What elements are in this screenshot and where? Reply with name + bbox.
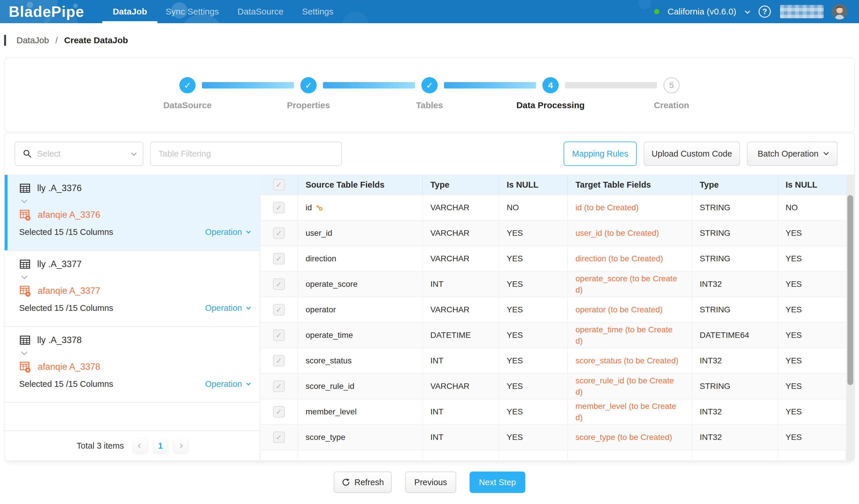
- target-type-cell: INT32: [692, 425, 778, 450]
- source-field-name: score_type: [305, 433, 345, 442]
- target-isnull-cell: NO: [778, 195, 846, 220]
- nav-tab[interactable]: DataJob: [103, 0, 156, 23]
- table-mapping-item[interactable]: lly .A_3378 afanqie A_3378 Selected 15 /…: [5, 327, 260, 403]
- table-filter-field[interactable]: [150, 142, 342, 166]
- target-field-name: direction (to be Created): [575, 253, 663, 264]
- row-checkbox-cell: ✓: [260, 246, 298, 271]
- table-scrollbar-track[interactable]: [846, 175, 854, 460]
- source-field-name: direction: [305, 254, 336, 263]
- refresh-button[interactable]: Refresh: [334, 472, 392, 493]
- header-target-fields: Target Table Fields: [568, 175, 692, 194]
- target-type-cell: STRING: [692, 374, 778, 399]
- field-mapping-table: ✓ Source Table Fields Type Is NULL Targe…: [260, 175, 854, 460]
- target-isnull-cell: YES: [778, 221, 846, 246]
- row-checkbox[interactable]: ✓: [273, 329, 285, 341]
- upload-custom-code-button[interactable]: Upload Custom Code: [644, 142, 740, 166]
- source-isnull-cell: YES: [499, 425, 568, 450]
- row-checkbox[interactable]: ✓: [273, 431, 285, 443]
- content-split: Total 3 items 1 lly .A_3376: [5, 175, 854, 460]
- target-field-cell: user_id (to be Created): [568, 221, 692, 246]
- operation-label: Operation: [205, 227, 242, 237]
- row-checkbox-cell: ✓: [260, 272, 298, 297]
- target-field-name: score_type (to be Created): [575, 431, 672, 443]
- source-table-name: lly .A_3378: [37, 335, 81, 345]
- table-scrollbar-thumb[interactable]: [847, 195, 853, 385]
- source-field-cell: operator: [298, 297, 423, 322]
- nav-tab[interactable]: Sync Settings: [156, 0, 228, 23]
- select-all-checkbox[interactable]: ✓: [273, 179, 285, 190]
- source-field-name: member_level: [305, 407, 357, 416]
- pagination-prev-button[interactable]: [133, 439, 147, 453]
- breadcrumb-parent[interactable]: DataJob: [17, 35, 49, 45]
- step-circle-4: 4: [542, 77, 559, 93]
- help-icon[interactable]: ?: [758, 5, 771, 18]
- target-isnull-cell: YES: [778, 297, 846, 322]
- operation-label: Operation: [205, 303, 242, 313]
- table-mapping-item[interactable]: lly .A_3377 afanqie A_3377 Selected 15 /…: [5, 251, 260, 327]
- target-field-cell: score_status (to be Created): [568, 348, 692, 373]
- row-checkbox[interactable]: ✓: [273, 380, 285, 392]
- source-type-cell: INT: [423, 348, 499, 373]
- source-table-name: lly .A_3377: [37, 259, 81, 269]
- table-create-icon: [19, 209, 31, 221]
- row-checkbox[interactable]: ✓: [273, 406, 285, 418]
- check-icon: ✓: [276, 357, 282, 365]
- table-row: ✓ member_level INT YES member_level (to …: [260, 399, 846, 424]
- check-icon: ✓: [276, 331, 282, 340]
- check-icon: ✓: [276, 382, 282, 391]
- source-isnull-cell: YES: [499, 297, 568, 322]
- check-icon: ✓: [276, 229, 282, 238]
- chevron-left-icon: [138, 443, 142, 448]
- row-checkbox[interactable]: ✓: [273, 227, 285, 239]
- source-type-cell: INT: [423, 425, 499, 450]
- row-checkbox[interactable]: ✓: [273, 202, 285, 214]
- row-checkbox[interactable]: ✓: [273, 278, 285, 290]
- username-redacted: [780, 5, 824, 18]
- step-label-5: Creation: [611, 100, 732, 110]
- operation-dropdown[interactable]: Operation: [205, 227, 249, 237]
- operation-dropdown[interactable]: Operation: [205, 379, 249, 389]
- row-checkbox[interactable]: ✓: [273, 304, 285, 315]
- mapping-rules-button[interactable]: Mapping Rules: [563, 142, 637, 166]
- nav-tab[interactable]: DataSource: [228, 0, 292, 23]
- source-isnull-cell: YES: [499, 272, 568, 297]
- table-list-sidebar: Total 3 items 1 lly .A_3376: [5, 175, 260, 460]
- datajob-select[interactable]: Select: [15, 142, 144, 166]
- target-field-name: operator (to be Created): [575, 304, 663, 315]
- batch-operation-button[interactable]: Batch Operation: [747, 142, 838, 166]
- decor-bubble: [343, 12, 368, 23]
- step-connector: [565, 82, 657, 89]
- target-field-name: operate_score (to be Created): [575, 273, 679, 296]
- table-filter-input[interactable]: [159, 149, 334, 159]
- target-field-name: user_id (to be Created): [575, 227, 659, 239]
- selected-columns-text: Selected 15 /15 Columns: [19, 303, 113, 313]
- primary-key-icon: [315, 204, 323, 212]
- previous-button[interactable]: Previous: [405, 472, 456, 493]
- pagination-next-button[interactable]: [174, 439, 188, 453]
- table-header-row: ✓ Source Table Fields Type Is NULL Targe…: [260, 175, 846, 194]
- target-table-name: afanqie A_3377: [38, 286, 101, 296]
- row-checkbox-cell: ✓: [260, 221, 298, 246]
- table-create-icon: [19, 361, 31, 373]
- item-footer-row: Selected 15 /15 Columns Operation: [19, 379, 249, 389]
- table-mapping-item[interactable]: lly .A_3376 afanqie A_3376 Selected 15 /…: [5, 175, 260, 251]
- check-icon: ✓: [276, 254, 282, 263]
- source-type-cell: DATETIME: [423, 323, 499, 348]
- user-avatar[interactable]: [832, 4, 847, 19]
- source-field-cell: operate_time: [298, 323, 423, 348]
- next-step-button[interactable]: Next Step: [469, 472, 525, 493]
- pagination-page-1[interactable]: 1: [153, 439, 167, 453]
- top-navbar: BladePipe DataJobSync SettingsDataSource…: [0, 0, 859, 23]
- operation-dropdown[interactable]: Operation: [205, 303, 249, 313]
- target-field-name: score_status (to be Created): [575, 355, 678, 366]
- source-field-cell: operate_score: [298, 272, 423, 297]
- target-field-cell: score_rule_id (to be Created): [568, 374, 692, 399]
- sidebar-pagination: Total 3 items 1: [5, 430, 260, 460]
- header-source-isnull: Is NULL: [499, 175, 568, 194]
- target-field-cell: score_type (to be Created): [568, 425, 692, 450]
- row-checkbox[interactable]: ✓: [273, 355, 285, 366]
- target-isnull-cell: YES: [778, 374, 846, 399]
- chevron-down-icon[interactable]: [745, 9, 750, 14]
- row-checkbox[interactable]: ✓: [273, 253, 285, 265]
- nav-tab[interactable]: Settings: [293, 0, 343, 23]
